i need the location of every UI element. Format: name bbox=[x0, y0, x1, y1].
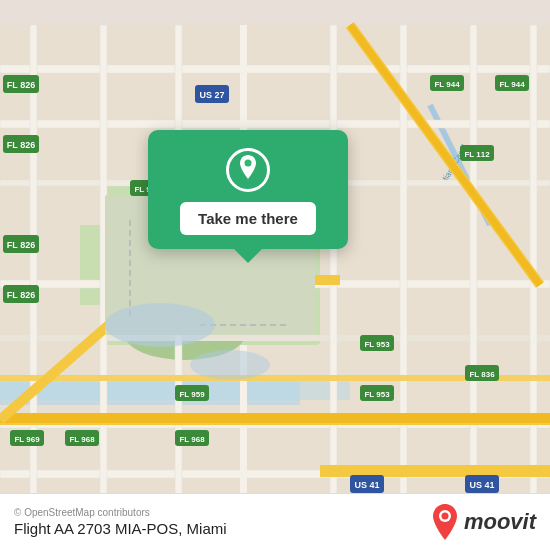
svg-rect-25 bbox=[470, 25, 477, 525]
bottom-bar: © OpenStreetMap contributors Flight AA 2… bbox=[0, 493, 550, 550]
map-background: Miami Canal bbox=[0, 0, 550, 550]
svg-text:US 27: US 27 bbox=[199, 90, 224, 100]
svg-text:FL 953: FL 953 bbox=[364, 390, 390, 399]
svg-rect-10 bbox=[0, 65, 550, 73]
moovit-pin-icon bbox=[431, 504, 459, 540]
flight-info-text: Flight AA 2703 MIA-POS, Miami bbox=[14, 520, 227, 537]
svg-text:FL 944: FL 944 bbox=[499, 80, 525, 89]
take-me-there-button[interactable]: Take me there bbox=[180, 202, 316, 235]
svg-rect-11 bbox=[0, 120, 550, 128]
svg-text:FL 836: FL 836 bbox=[469, 370, 495, 379]
moovit-label: moovit bbox=[464, 509, 536, 535]
svg-point-77 bbox=[245, 160, 252, 167]
svg-point-79 bbox=[441, 513, 448, 520]
location-pin-icon bbox=[236, 155, 260, 185]
svg-text:FL 112: FL 112 bbox=[464, 150, 490, 159]
svg-text:FL 826: FL 826 bbox=[7, 80, 35, 90]
svg-text:FL 826: FL 826 bbox=[7, 140, 35, 150]
bottom-info: © OpenStreetMap contributors Flight AA 2… bbox=[14, 507, 227, 537]
svg-point-75 bbox=[105, 303, 215, 347]
svg-text:FL 953: FL 953 bbox=[364, 340, 390, 349]
svg-text:FL 968: FL 968 bbox=[179, 435, 205, 444]
svg-rect-14 bbox=[0, 335, 550, 341]
svg-text:US 41: US 41 bbox=[469, 480, 494, 490]
tooltip-card: Take me there bbox=[148, 130, 348, 249]
svg-text:FL 959: FL 959 bbox=[179, 390, 205, 399]
moovit-logo: moovit bbox=[431, 504, 536, 540]
svg-text:FL 826: FL 826 bbox=[7, 290, 35, 300]
svg-rect-18 bbox=[30, 25, 37, 525]
attribution-text: © OpenStreetMap contributors bbox=[14, 507, 227, 518]
svg-text:FL 969: FL 969 bbox=[14, 435, 40, 444]
svg-text:FL 944: FL 944 bbox=[434, 80, 460, 89]
svg-text:FL 968: FL 968 bbox=[69, 435, 95, 444]
svg-rect-30 bbox=[0, 413, 550, 423]
location-icon-wrapper bbox=[226, 148, 270, 192]
svg-text:US 41: US 41 bbox=[354, 480, 379, 490]
svg-text:FL 826: FL 826 bbox=[7, 240, 35, 250]
svg-point-76 bbox=[190, 350, 270, 380]
map-container: Miami Canal bbox=[0, 0, 550, 550]
